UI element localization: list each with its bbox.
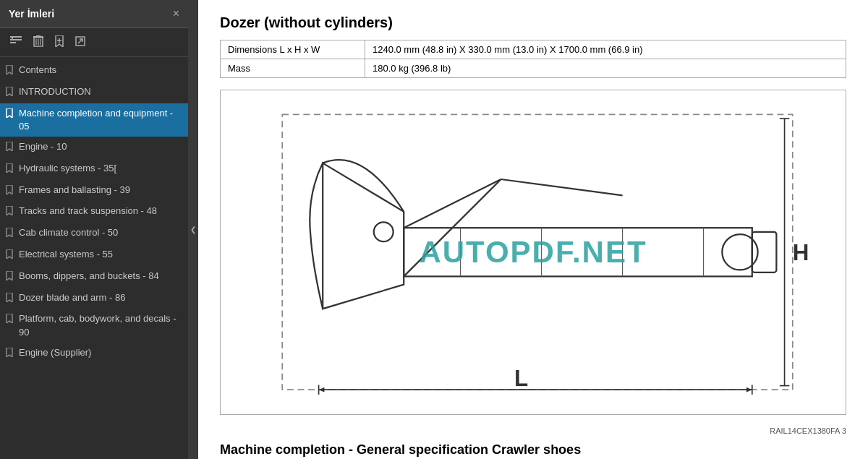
bookmark-icon	[6, 163, 13, 176]
bookmark-icon	[6, 87, 13, 100]
svg-line-30	[501, 179, 622, 195]
sidebar-item-booms[interactable]: Booms, dippers, and buckets - 84	[0, 266, 188, 288]
sidebar-item-tracks[interactable]: Tracks and track suspension - 48	[0, 201, 188, 223]
sidebar-item-label: Dozer blade and arm - 86	[19, 291, 125, 304]
svg-line-28	[404, 179, 501, 228]
diagram-container: AUTOPDF.NET H	[220, 90, 846, 415]
diagram-caption: RAIL14CEX1380FA 3	[220, 426, 846, 435]
spec-label: Dimensions L x H x W	[221, 40, 365, 59]
sidebar-item-machine-completion[interactable]: Machine completion and equipment - 05	[0, 103, 188, 137]
sidebar-header: Yer İmleri ×	[0, 0, 188, 28]
add-bookmark-icon	[55, 35, 64, 47]
sidebar-item-dozer-blade[interactable]: Dozer blade and arm - 86	[0, 288, 188, 309]
bookmark-icon	[6, 65, 13, 78]
sidebar-item-label: Contents	[19, 64, 56, 77]
sidebar-title: Yer İmleri	[9, 8, 54, 20]
export-button[interactable]	[71, 33, 90, 51]
svg-rect-13	[282, 115, 793, 390]
add-bookmark-button[interactable]	[51, 33, 68, 52]
svg-text:L: L	[514, 366, 528, 391]
close-button[interactable]: ×	[173, 7, 179, 20]
svg-text:H: H	[792, 240, 809, 265]
bookmark-icon	[6, 185, 13, 198]
sidebar-item-engine[interactable]: Engine - 10	[0, 137, 188, 158]
bookmark-icon	[6, 249, 13, 262]
sidebar-item-introduction[interactable]: INTRODUCTION	[0, 82, 188, 103]
bookmark-icon	[6, 314, 13, 327]
svg-rect-3	[12, 38, 13, 39]
sidebar-item-label: INTRODUCTION	[19, 85, 91, 98]
svg-point-15	[373, 223, 393, 242]
sidebar: Yer İmleri ×	[0, 0, 188, 459]
svg-rect-14	[404, 228, 752, 276]
specs-table: Dimensions L x H x W1240.0 mm (48.8 in) …	[220, 40, 846, 78]
sidebar-item-contents[interactable]: Contents	[0, 60, 188, 82]
sidebar-item-label: Booms, dippers, and buckets - 84	[19, 270, 159, 283]
spec-label: Mass	[221, 59, 365, 78]
sidebar-item-label: Cab climate control - 50	[19, 226, 118, 239]
sidebar-item-label: Tracks and track suspension - 48	[19, 205, 157, 218]
sidebar-toolbar	[0, 28, 188, 57]
sidebar-item-label: Platform, cab, bodywork, and decals - 90	[19, 312, 181, 338]
sidebar-item-frames[interactable]: Frames and ballasting - 39	[0, 180, 188, 202]
sidebar-item-label: Engine (Supplier)	[19, 346, 91, 359]
section-heading: Dozer (without cylinders)	[220, 14, 846, 31]
bookmark-icon	[6, 108, 13, 121]
svg-marker-25	[318, 387, 324, 392]
svg-rect-17	[752, 232, 776, 273]
export-icon	[75, 36, 85, 46]
sidebar-item-label: Hydraulic systems - 35[	[19, 162, 116, 175]
sidebar-item-label: Electrical systems - 55	[19, 248, 113, 261]
section2-heading: Machine completion - General specificati…	[220, 442, 846, 458]
bookmark-icon	[6, 293, 13, 306]
sidebar-item-label: Engine - 10	[19, 140, 67, 153]
delete-icon	[33, 35, 43, 47]
svg-rect-2	[10, 42, 16, 43]
view-icon	[10, 36, 22, 46]
bookmark-icon	[6, 142, 13, 155]
spec-value: 180.0 kg (396.8 lb)	[365, 59, 846, 78]
spec-value: 1240.0 mm (48.8 in) X 330.0 mm (13.0 in)…	[365, 40, 846, 59]
sidebar-item-label: Machine completion and equipment - 05	[19, 107, 181, 133]
sidebar-item-platform[interactable]: Platform, cab, bodywork, and decals - 90	[0, 309, 188, 342]
dozer-diagram: H L	[237, 98, 830, 406]
sidebar-items: ContentsINTRODUCTIONMachine completion a…	[0, 57, 188, 459]
sidebar-item-label: Frames and ballasting - 39	[19, 184, 130, 197]
delete-button[interactable]	[29, 33, 48, 52]
sidebar-item-electrical[interactable]: Electrical systems - 55	[0, 244, 188, 266]
svg-rect-6	[36, 35, 41, 37]
svg-rect-0	[10, 36, 22, 38]
sidebar-item-hydraulic[interactable]: Hydraulic systems - 35[	[0, 158, 188, 180]
bookmark-icon	[6, 206, 13, 219]
svg-rect-1	[10, 39, 22, 40]
sidebar-item-cab-climate[interactable]: Cab climate control - 50	[0, 223, 188, 244]
main-content: Dozer (without cylinders) Dimensions L x…	[198, 0, 868, 459]
view-toggle-button[interactable]	[6, 33, 26, 51]
bookmark-icon	[6, 348, 13, 361]
bookmark-icon	[6, 228, 13, 241]
bookmark-icon	[6, 271, 13, 284]
sidebar-item-engine-supplier[interactable]: Engine (Supplier)	[0, 343, 188, 364]
sidebar-collapse-handle[interactable]: ❮	[188, 0, 198, 459]
svg-marker-26	[746, 387, 752, 392]
